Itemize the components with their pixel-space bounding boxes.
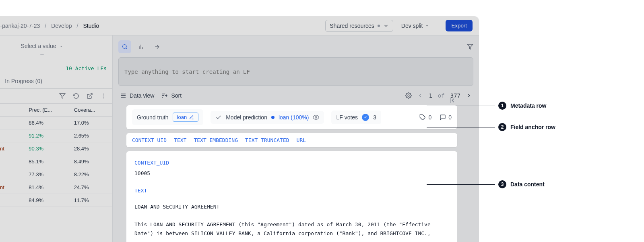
svg-line-1: [89, 94, 92, 96]
table-row[interactable]: stock 85.1% 8.49%: [0, 155, 112, 168]
svg-marker-0: [60, 94, 65, 98]
dot-icon: [271, 116, 275, 119]
col-cov[interactable]: Covera...: [70, 104, 112, 117]
annotation-bullet-2: 2: [498, 123, 506, 131]
main-panel: Data view Sort 1 of 377: [113, 35, 479, 242]
shared-resources-label: Shared resources: [330, 23, 374, 29]
breadcrumb: sification-pankaj-20-7-23 / Develop / St…: [0, 23, 320, 29]
check-badge-icon: ✓: [362, 114, 369, 121]
chevron-down-icon: [383, 23, 389, 29]
svg-point-19: [408, 95, 409, 96]
field-anchor-row: CONTEXT_UIDTEXTTEXT_EMBEDDINGTEXT_TRUNCA…: [126, 133, 457, 147]
sort-toggle[interactable]: Sort: [161, 92, 182, 99]
metadata-row: Ground truth loan Model prediction loan …: [126, 105, 457, 129]
select-value-dropdown[interactable]: Select a value: [0, 35, 112, 51]
value-placeholder: --: [0, 51, 112, 62]
caret-down-icon: [59, 44, 63, 48]
cell-label: employment: [0, 181, 25, 194]
breadcrumb-current: Studio: [83, 23, 99, 29]
pager-prev[interactable]: [417, 93, 423, 98]
table-row[interactable]: services 77.3% 8.22%: [0, 168, 112, 181]
pager-next[interactable]: [466, 93, 472, 98]
cell-prec: 86.4%: [25, 117, 70, 129]
field-anchor-link[interactable]: TEXT_EMBEDDING: [194, 137, 238, 143]
status-dot-icon: [378, 25, 380, 27]
caret-down-icon: [425, 24, 429, 28]
cell-cov: 8.49%: [70, 155, 112, 168]
cell-cov: 2.65%: [70, 129, 112, 142]
lf-votes-count: 3: [373, 114, 376, 121]
cell-label: services: [0, 168, 25, 181]
bar-chart-icon[interactable]: [134, 40, 147, 53]
more-icon[interactable]: [100, 93, 107, 99]
chevron-sep: /: [77, 23, 78, 29]
annotation-field-anchor-row: Field anchor row: [510, 124, 555, 130]
table-row[interactable]: services 86.4% 17.0%: [0, 117, 112, 129]
pager-of: of: [438, 92, 445, 99]
cell-label: stock: [0, 155, 25, 168]
field-anchor-link[interactable]: URL: [297, 137, 306, 143]
cell-prec: 91.2%: [25, 129, 70, 142]
breadcrumb-project[interactable]: sification-pankaj-20-7-23: [0, 23, 40, 29]
ground-truth-chip[interactable]: loan: [173, 113, 199, 122]
filter-icon[interactable]: [467, 44, 473, 50]
pencil-icon: [189, 115, 194, 120]
external-link-icon[interactable]: [87, 93, 93, 99]
model-prediction-box: Model prediction loan (100%): [211, 111, 324, 124]
svg-point-2: [103, 94, 104, 94]
table-row[interactable]: loan 84.9% 11.7%: [0, 194, 112, 207]
field-anchor-link[interactable]: TEXT: [174, 137, 186, 143]
sort-icon: [161, 92, 168, 99]
field-label-context-uid: CONTEXT_UID: [134, 159, 449, 167]
annotation-bullet-1: 1: [498, 102, 506, 110]
svg-point-3: [103, 96, 104, 96]
check-icon: [215, 114, 222, 121]
gear-icon[interactable]: [405, 92, 412, 99]
field-anchor-link[interactable]: TEXT_TRUNCATED: [245, 137, 289, 143]
chevron-sep: /: [45, 23, 46, 29]
annotation-metadata-row: Metadata row: [510, 102, 546, 109]
model-prediction-label: Model prediction: [226, 114, 267, 121]
svg-point-4: [103, 98, 104, 98]
field-value-context-uid: 10005: [134, 169, 449, 178]
export-button[interactable]: Export: [446, 20, 473, 31]
lf-votes-box: LF votes ✓ 3: [331, 111, 381, 124]
cell-prec: 90.3%: [25, 142, 70, 155]
filter-icon[interactable]: [59, 93, 66, 99]
comments-count[interactable]: 0: [440, 114, 452, 121]
svg-marker-11: [467, 44, 473, 49]
tag-icon: [419, 114, 426, 121]
col-prec[interactable]: Prec. (E...: [25, 104, 70, 117]
annotation-bullet-3: 3: [498, 180, 506, 188]
lf-input[interactable]: [118, 57, 473, 86]
ground-truth-label: Ground truth: [137, 114, 169, 121]
data-view-toggle[interactable]: Data view: [120, 92, 154, 99]
table-row[interactable]: loan 91.2% 2.65%: [0, 129, 112, 142]
cell-cov: 8.22%: [70, 168, 112, 181]
cell-prec: 77.3%: [25, 168, 70, 181]
search-icon[interactable]: [118, 40, 131, 53]
sidebar: Select a value -- 10 Active LFs Inactive…: [0, 35, 113, 242]
refresh-icon[interactable]: [73, 93, 79, 99]
cell-cov: 28.4%: [70, 142, 112, 155]
tab-in-progress[interactable]: In Progress (0): [5, 78, 42, 84]
arrow-right-icon[interactable]: [151, 40, 163, 53]
table-row[interactable]: employment 90.3% 28.4%: [0, 142, 112, 155]
eye-icon[interactable]: [313, 114, 319, 121]
cell-label: loan: [0, 194, 25, 207]
dev-split-dropdown[interactable]: Dev split: [401, 23, 429, 29]
cell-cov: 11.7%: [70, 194, 112, 207]
model-prediction-value: loan (100%): [279, 114, 309, 121]
lf-votes-label: LF votes: [336, 114, 358, 121]
breadcrumb-section[interactable]: Develop: [51, 23, 72, 29]
cell-prec: 81.4%: [25, 181, 70, 194]
field-anchor-link[interactable]: CONTEXT_UID: [132, 137, 167, 143]
table-row[interactable]: employment 81.4% 24.7%: [0, 181, 112, 194]
cell-prec: 84.9%: [25, 194, 70, 207]
comment-icon: [440, 114, 446, 121]
col-label[interactable]: Label: [0, 104, 25, 117]
svg-line-6: [126, 48, 127, 49]
cell-prec: 85.1%: [25, 155, 70, 168]
shared-resources-dropdown[interactable]: Shared resources: [325, 20, 393, 32]
tags-count[interactable]: 0: [419, 114, 431, 121]
